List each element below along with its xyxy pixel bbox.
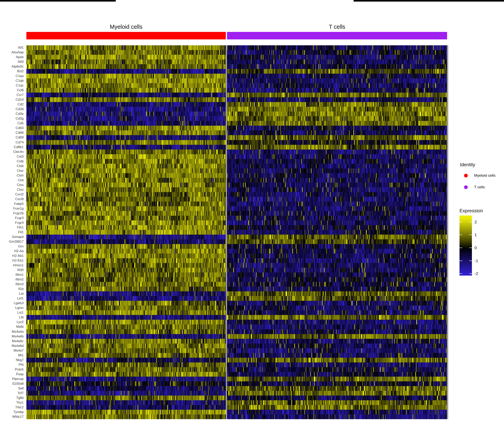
gene-label-Cd8b1: Cd8b1 bbox=[0, 145, 24, 149]
colorbar-tick-mark bbox=[469, 235, 472, 235]
colorbar-tick-label--2: -2 bbox=[475, 271, 478, 276]
gene-label-Prdx5: Prdx5 bbox=[0, 367, 24, 372]
gene-label-Lgals3: Lgals3 bbox=[0, 301, 24, 305]
gene-label-Gm26917: Gm26917 bbox=[0, 239, 24, 244]
gene-label-Fcgr4: Fcgr4 bbox=[0, 220, 24, 225]
gene-label-Cxcl2: Cxcl2 bbox=[0, 192, 24, 197]
gene-label-S100a8: S100a8 bbox=[0, 381, 24, 386]
gene-label-C1qa: C1qa bbox=[0, 74, 24, 78]
gene-label-Cd14: Cd14 bbox=[0, 97, 24, 102]
legend-item-tcells-label: T cells bbox=[474, 185, 485, 190]
gene-label-Cd69: Cd69 bbox=[0, 135, 24, 140]
group-label-myeloid: Myeloid cells bbox=[26, 23, 226, 31]
gene-label-Mt1: Mt1 bbox=[0, 353, 24, 358]
legend-item-tcells: T cells bbox=[460, 185, 503, 190]
gene-label-Fcgr2b: Fcgr2b bbox=[0, 211, 24, 216]
gene-label-Lst1: Lst1 bbox=[0, 310, 24, 315]
colorbar-tick-label-1: 1 bbox=[475, 232, 477, 237]
gene-label-Sell: Sell bbox=[0, 386, 24, 391]
gene-label-Ftl1: Ftl1 bbox=[0, 230, 24, 235]
gene-label-Cstb: Cstb bbox=[0, 159, 24, 164]
gene-label-Apoe: Apoe bbox=[0, 55, 24, 59]
gene-label-Tgfbi: Tgfbi bbox=[0, 395, 24, 400]
gene-label-Il1b: Il1b bbox=[0, 287, 24, 291]
gene-axis-labels: Aif1Alox5apApoeAtf3Atp6v0cBcl2C1qaC1qbC1… bbox=[0, 45, 24, 419]
gene-label-Grn: Grn bbox=[0, 244, 24, 249]
gene-label-Ltb: Ltb bbox=[0, 315, 24, 320]
gene-label-Ccl6: Ccl6 bbox=[0, 88, 24, 92]
gene-label-Pf4: Pf4 bbox=[0, 362, 24, 367]
colorbar-tick-mark bbox=[469, 222, 472, 222]
gene-label-Fcer1g: Fcer1g bbox=[0, 206, 24, 211]
gene-label-Cd3d: Cd3d bbox=[0, 107, 24, 111]
gene-label-Ms4a4a: Ms4a4a bbox=[0, 329, 24, 334]
window-edge-bar-left bbox=[0, 0, 116, 1]
colorbar-tick-mark bbox=[459, 273, 462, 274]
group-label-tcells: T cells bbox=[227, 23, 447, 31]
gene-label-Aif1: Aif1 bbox=[0, 45, 24, 50]
expression-legend-title: Expression bbox=[459, 208, 503, 213]
gene-label-Gimap4: Gimap4 bbox=[0, 235, 24, 239]
gene-label-Ctsc: Ctsc bbox=[0, 168, 24, 173]
gene-label-Ifitm2: Ifitm2 bbox=[0, 277, 24, 282]
gene-label-Fabp5: Fabp5 bbox=[0, 201, 24, 206]
gene-label-Ifitm3: Ifitm3 bbox=[0, 282, 24, 287]
gene-label-Bcl2: Bcl2 bbox=[0, 69, 24, 74]
legend-item-myeloid: Myeloid cells bbox=[460, 173, 503, 178]
expression-legend: Expression 210-1-2 bbox=[459, 208, 503, 213]
gene-label-Trbc2: Trbc2 bbox=[0, 405, 24, 410]
gene-label-Ptprcap: Ptprcap bbox=[0, 377, 24, 381]
gene-label-Cd3e: Cd3e bbox=[0, 111, 24, 116]
gene-label-Psap: Psap bbox=[0, 372, 24, 377]
colorbar-tick-mark bbox=[459, 247, 462, 248]
gene-label-Lyz2: Lyz2 bbox=[0, 320, 24, 324]
colorbar-tick-label-2: 2 bbox=[475, 220, 477, 224]
legend-item-myeloid-label: Myeloid cells bbox=[474, 173, 495, 178]
gene-label-Atp6v0c: Atp6v0c bbox=[0, 64, 24, 69]
gene-label-Nkg7: Nkg7 bbox=[0, 358, 24, 362]
colorbar-tick-mark bbox=[469, 273, 472, 274]
gene-label-Cd5: Cd5 bbox=[0, 121, 24, 126]
expression-colorbar: 210-1-2 bbox=[459, 216, 472, 275]
gene-label-Fcgr3: Fcgr3 bbox=[0, 216, 24, 220]
myeloid-dot-icon bbox=[464, 174, 468, 177]
gene-label-Ccr7: Ccr7 bbox=[0, 92, 24, 97]
group-bar-myeloid bbox=[26, 32, 226, 39]
heatmap-figure: { "window": { "top_bars": [ {"x": 0, "wi… bbox=[0, 0, 504, 430]
gene-label-Cd74: Cd74 bbox=[0, 140, 24, 145]
gene-label-Lgmn: Lgmn bbox=[0, 305, 24, 310]
colorbar-tick-mark bbox=[469, 261, 472, 261]
gene-label-Lat: Lat bbox=[0, 291, 24, 296]
tcells-dot-icon bbox=[464, 185, 468, 189]
identity-legend: Identity Myeloid cells T cells bbox=[460, 162, 503, 167]
gene-label-Ctsh: Ctsh bbox=[0, 173, 24, 178]
gene-label-Ctsl: Ctsl bbox=[0, 178, 24, 183]
gene-label-Lef1: Lef1 bbox=[0, 296, 24, 301]
gene-label-Ms4a6c: Ms4a6c bbox=[0, 339, 24, 344]
gene-label-H2-Ab1: H2-Ab1 bbox=[0, 254, 24, 258]
gene-label-Cxcl9: Cxcl9 bbox=[0, 197, 24, 201]
gene-label-Tcf7: Tcf7 bbox=[0, 391, 24, 395]
gene-label-Atf3: Atf3 bbox=[0, 59, 24, 64]
gene-label-Tyrobp: Tyrobp bbox=[0, 410, 24, 414]
gene-label-Cd63: Cd63 bbox=[0, 126, 24, 130]
gene-label-H2-Eb1: H2-Eb1 bbox=[0, 258, 24, 263]
gene-label-Wfdc17: Wfdc17 bbox=[0, 414, 24, 419]
gene-label-Cst3: Cst3 bbox=[0, 154, 24, 159]
heatmap-grid bbox=[26, 45, 448, 419]
gene-label-Cd3g: Cd3g bbox=[0, 116, 24, 121]
gene-label-Clec4n: Clec4n bbox=[0, 149, 24, 154]
colorbar-tick-label-0: 0 bbox=[475, 246, 477, 250]
colorbar-tick-label--1: -1 bbox=[475, 258, 478, 263]
gene-label-Ctsz: Ctsz bbox=[0, 187, 24, 192]
gene-label-Thy1: Thy1 bbox=[0, 400, 24, 405]
colorbar-tick-mark bbox=[459, 235, 462, 235]
gene-label-Mafb: Mafb bbox=[0, 324, 24, 329]
gene-label-Cd68: Cd68 bbox=[0, 130, 24, 135]
gene-label-Ifi30: Ifi30 bbox=[0, 268, 24, 272]
gene-label-Ctsb: Ctsb bbox=[0, 164, 24, 168]
colorbar-tick-mark bbox=[459, 261, 462, 261]
identity-legend-title: Identity bbox=[460, 162, 503, 167]
gene-label-Ms4a7: Ms4a7 bbox=[0, 348, 24, 353]
colorbar-tick-mark bbox=[459, 222, 462, 222]
